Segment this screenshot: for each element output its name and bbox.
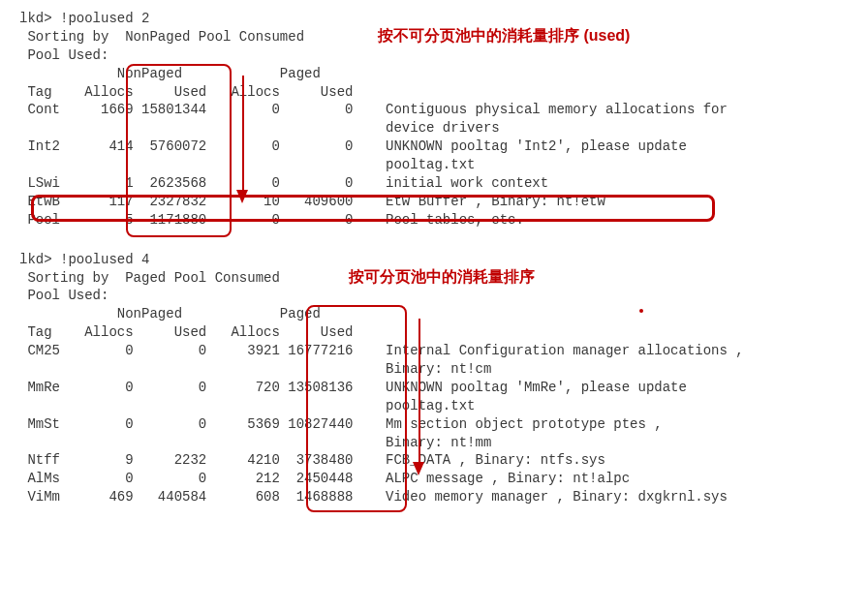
header-groups-2: NonPaged Paged xyxy=(19,305,849,323)
table-row: MmSt 0 0 5369 10827440 Mm section object… xyxy=(19,415,849,434)
table-row-highlighted: EtwB 117 2327832 10 409600 Etw Buffer , … xyxy=(19,193,849,211)
table-row: Binary: nt!mm xyxy=(19,434,849,452)
table-row: ViMm 469 440584 608 1468888 Video memory… xyxy=(19,488,849,506)
header-cols-2: Tag Allocs Used Allocs Used xyxy=(19,323,849,342)
table-row: CM25 0 0 3921 16777216 Internal Configur… xyxy=(19,342,849,360)
red-dot-icon xyxy=(639,309,643,313)
table-row: Cont 1669 15801344 0 0 Contiguous physic… xyxy=(19,101,849,119)
header-groups-1: NonPaged Paged xyxy=(19,65,849,83)
table-row: Binary: nt!cm xyxy=(19,360,849,379)
table-row: Int2 414 5760072 0 0 UNKNOWN pooltag 'In… xyxy=(19,138,849,156)
section-poolused-4: lkd> !poolused 4 Sorting by Paged Pool C… xyxy=(19,251,849,506)
table-row: LSwi 1 2623568 0 0 initial work context xyxy=(19,174,849,193)
annotation-paged-sort: 按可分页池中的消耗量排序 xyxy=(349,266,535,288)
table-row: pooltag.txt xyxy=(19,156,849,174)
table-row: Pool 5 1171880 0 0 Pool tables, etc. xyxy=(19,211,849,230)
pool-used-label-1: Pool Used: xyxy=(19,46,849,65)
table-row: Ntff 9 2232 4210 3738480 FCB_DATA , Bina… xyxy=(19,451,849,470)
table-row: pooltag.txt xyxy=(19,397,849,415)
table-row: device drivers xyxy=(19,119,849,138)
section-poolused-2: lkd> !poolused 2 Sorting by NonPaged Poo… xyxy=(19,10,849,230)
pool-used-label-2: Pool Used: xyxy=(19,287,849,305)
annotation-nonpaged-sort: 按不可分页池中的消耗量排序 (used) xyxy=(378,25,630,46)
header-cols-1: Tag Allocs Used Allocs Used xyxy=(19,83,849,102)
table-row: AlMs 0 0 212 2450448 ALPC message , Bina… xyxy=(19,470,849,488)
table-row: MmRe 0 0 720 13508136 UNKNOWN pooltag 'M… xyxy=(19,379,849,397)
